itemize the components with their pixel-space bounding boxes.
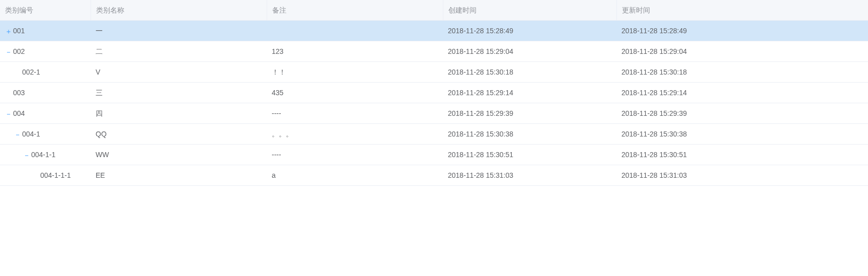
code-text: 003: [13, 89, 25, 97]
cell-code: －004: [0, 103, 91, 124]
cell-name: 四: [91, 103, 267, 124]
table-row[interactable]: －004四----2018-11-28 15:29:392018-11-28 1…: [0, 103, 868, 124]
table-row[interactable]: 002-1V！！2018-11-28 15:30:182018-11-28 15…: [0, 62, 868, 83]
cell-remark: 435: [267, 83, 443, 103]
column-header-updated[interactable]: 更新时间: [616, 0, 868, 21]
code-text: 004-1: [22, 130, 40, 138]
cell-created: 2018-11-28 15:29:14: [443, 83, 616, 103]
category-tree-table: 类别编号 类别名称 备注 创建时间 更新时间 ＋001一2018-11-28 1…: [0, 0, 868, 186]
cell-created: 2018-11-28 15:29:39: [443, 103, 616, 124]
code-text: 001: [13, 27, 25, 35]
column-header-remark[interactable]: 备注: [267, 0, 443, 21]
cell-name: EE: [91, 165, 267, 186]
cell-name: QQ: [91, 124, 267, 145]
table-row[interactable]: －004-1-1WW----2018-11-28 15:30:512018-11…: [0, 145, 868, 165]
cell-code: 003: [0, 83, 91, 103]
table-row[interactable]: 004-1-1-1EEa2018-11-28 15:31:032018-11-2…: [0, 165, 868, 186]
cell-code: －004-1-1: [0, 145, 91, 165]
column-header-created[interactable]: 创建时间: [443, 0, 616, 21]
cell-remark: a: [267, 165, 443, 186]
table-row[interactable]: 003三4352018-11-28 15:29:142018-11-28 15:…: [0, 83, 868, 103]
cell-remark: 123: [267, 41, 443, 62]
cell-remark: [267, 21, 443, 41]
cell-created: 2018-11-28 15:29:04: [443, 41, 616, 62]
expand-icon[interactable]: ＋: [5, 28, 11, 35]
cell-name: 一: [91, 21, 267, 41]
code-text: 002: [13, 47, 25, 55]
code-text: 002-1: [22, 68, 40, 76]
cell-updated: 2018-11-28 15:31:03: [616, 165, 868, 186]
code-text: 004-1-1: [31, 151, 55, 159]
column-header-code[interactable]: 类别编号: [0, 0, 91, 21]
cell-updated: 2018-11-28 15:29:14: [616, 83, 868, 103]
column-header-name[interactable]: 类别名称: [91, 0, 267, 21]
table-header: 类别编号 类别名称 备注 创建时间 更新时间: [0, 0, 868, 21]
table-row[interactable]: －002二1232018-11-28 15:29:042018-11-28 15…: [0, 41, 868, 62]
cell-name: V: [91, 62, 267, 83]
table-body: ＋001一2018-11-28 15:28:492018-11-28 15:28…: [0, 21, 868, 186]
cell-created: 2018-11-28 15:30:51: [443, 145, 616, 165]
cell-created: 2018-11-28 15:30:38: [443, 124, 616, 145]
cell-updated: 2018-11-28 15:29:04: [616, 41, 868, 62]
cell-created: 2018-11-28 15:30:18: [443, 62, 616, 83]
cell-updated: 2018-11-28 15:30:51: [616, 145, 868, 165]
collapse-icon[interactable]: －: [23, 152, 29, 159]
cell-created: 2018-11-28 15:31:03: [443, 165, 616, 186]
cell-code: ＋001: [0, 21, 91, 41]
collapse-icon[interactable]: －: [5, 48, 11, 55]
cell-remark: ----: [267, 145, 443, 165]
code-text: 004-1-1-1: [40, 171, 71, 179]
cell-name: 三: [91, 83, 267, 103]
cell-code: 002-1: [0, 62, 91, 83]
table-row[interactable]: ＋001一2018-11-28 15:28:492018-11-28 15:28…: [0, 21, 868, 41]
cell-code: －002: [0, 41, 91, 62]
collapse-icon[interactable]: －: [5, 110, 11, 117]
code-text: 004: [13, 109, 25, 117]
cell-updated: 2018-11-28 15:30:18: [616, 62, 868, 83]
table-row[interactable]: －004-1QQ。。。2018-11-28 15:30:382018-11-28…: [0, 124, 868, 145]
cell-name: 二: [91, 41, 267, 62]
cell-code: －004-1: [0, 124, 91, 145]
cell-code: 004-1-1-1: [0, 165, 91, 186]
cell-created: 2018-11-28 15:28:49: [443, 21, 616, 41]
cell-updated: 2018-11-28 15:29:39: [616, 103, 868, 124]
cell-remark: ----: [267, 103, 443, 124]
cell-updated: 2018-11-28 15:28:49: [616, 21, 868, 41]
cell-remark: ！！: [267, 62, 443, 83]
cell-remark: 。。。: [267, 124, 443, 145]
cell-name: WW: [91, 145, 267, 165]
cell-updated: 2018-11-28 15:30:38: [616, 124, 868, 145]
collapse-icon[interactable]: －: [14, 131, 20, 138]
